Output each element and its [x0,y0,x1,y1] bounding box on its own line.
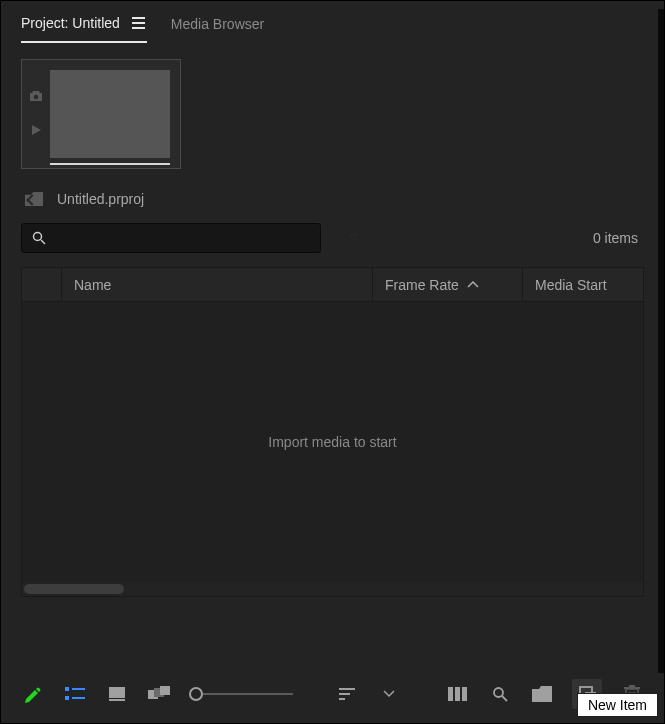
find-button[interactable] [488,679,512,709]
svg-rect-13 [160,686,170,695]
project-file-row: Untitled.prproj [1,177,664,215]
column-media-start-label: Media Start [535,277,607,293]
svg-rect-9 [109,687,125,698]
column-select[interactable] [22,268,62,301]
svg-rect-5 [65,687,69,691]
svg-rect-10 [109,699,125,701]
svg-point-3 [351,234,356,239]
zoom-track [203,693,293,695]
svg-rect-6 [72,688,85,690]
column-media-start[interactable]: Media Start [523,268,643,301]
preview-area [1,43,664,177]
poster-frame-icon [29,89,43,105]
svg-rect-7 [65,696,69,700]
empty-message: Import media to start [268,434,396,450]
play-icon [30,123,42,139]
column-name[interactable]: Name [62,268,373,301]
project-table: Name Frame Rate Media Start Import media… [21,267,644,597]
svg-line-4 [356,239,359,242]
zoom-knob[interactable] [189,687,203,701]
horizontal-scrollbar[interactable] [22,582,643,596]
svg-point-1 [34,233,42,241]
svg-rect-14 [339,688,355,690]
svg-rect-25 [624,687,640,689]
panel-tabs: Project: Untitled Media Browser [1,1,664,43]
scrollbar-thumb[interactable] [24,584,124,594]
folder-up-icon[interactable] [25,192,43,206]
tab-project[interactable]: Project: Untitled [21,15,147,43]
table-header: Name Frame Rate Media Start [22,268,643,302]
icon-view-button[interactable] [105,679,129,709]
svg-rect-26 [629,685,635,687]
sort-ascending-icon [467,278,479,292]
column-frame-rate[interactable]: Frame Rate [373,268,523,301]
tab-media-browser[interactable]: Media Browser [171,16,264,42]
table-body[interactable]: Import media to start [22,302,643,582]
svg-line-21 [502,696,507,701]
svg-rect-8 [72,697,85,699]
sort-button[interactable] [335,679,359,709]
bottom-toolbar [1,665,664,723]
list-view-button[interactable] [63,679,87,709]
search-input[interactable] [21,223,321,253]
svg-line-2 [41,240,45,244]
write-mode-button[interactable] [21,679,45,709]
item-count: 0 items [593,230,644,246]
panel-side-scrollbar[interactable] [658,9,664,673]
tab-project-label: Project: Untitled [21,15,120,31]
search-icon [32,231,46,245]
column-name-label: Name [74,277,111,293]
new-search-bin-icon[interactable] [345,230,365,246]
automate-to-sequence-button[interactable] [446,679,470,709]
panel-menu-icon[interactable] [130,15,147,31]
tooltip-new-item: New Item [577,693,658,717]
svg-rect-19 [462,687,467,701]
tab-media-browser-label: Media Browser [171,16,264,32]
svg-rect-16 [339,698,345,700]
svg-point-0 [34,95,38,99]
project-filename: Untitled.prproj [57,191,144,207]
svg-rect-17 [448,687,453,701]
new-bin-button[interactable] [530,679,554,709]
preview-thumbnail[interactable] [21,59,181,169]
svg-point-20 [494,688,503,697]
search-row: 0 items [1,215,664,261]
svg-rect-18 [455,687,460,701]
freeform-view-button[interactable] [147,679,171,709]
svg-rect-15 [339,693,350,695]
column-frame-rate-label: Frame Rate [385,277,459,293]
sort-menu-chevron-icon[interactable] [377,679,401,709]
zoom-slider[interactable] [189,679,293,709]
